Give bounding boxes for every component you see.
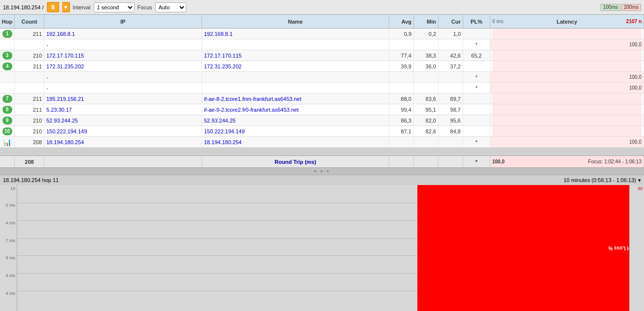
chevron-down-icon[interactable]: ▾	[638, 177, 641, 184]
ip-cell: 172.17.170.115	[44, 50, 202, 61]
round-trip-label: Round Trip (ms)	[274, 159, 316, 165]
bottom-title: 18.194.180.254 hop 11	[3, 177, 59, 183]
avg-cell: 77,4	[389, 50, 414, 61]
count-cell: 210	[15, 126, 44, 136]
col-count: Count	[15, 15, 44, 28]
y-label-4ms: 4 ms	[5, 220, 15, 225]
hop-badge: 10	[2, 127, 12, 135]
focus-select[interactable]: Auto Manual	[155, 2, 186, 12]
col-latency: 0 ms Latency 2107 n	[490, 15, 644, 28]
pause-icon: ⏸	[50, 3, 56, 11]
pl-cell	[463, 61, 490, 71]
pause-dropdown-button[interactable]: ▾	[62, 2, 70, 12]
latency-header-label: Latency	[557, 19, 577, 25]
latency-0ms-label: 0 ms	[492, 19, 504, 24]
table-row: 8 211 5.23.30.17 if-ae-9-2.tcore2.fr0-fr…	[0, 104, 644, 115]
ip-cell: -	[44, 72, 202, 82]
interval-select[interactable]: 1 second 5 seconds 10 seconds	[94, 2, 135, 12]
count-cell	[15, 72, 44, 82]
y-label-7ms: 7 ms	[5, 238, 15, 243]
table-body: 1 211 192.168.8.1 192.168.8.1 0,9 0,2 1,…	[0, 29, 644, 156]
cur-cell	[439, 72, 463, 82]
interval-label: Interval	[73, 4, 91, 10]
packet-loss-label: Packet Loss %	[608, 246, 629, 251]
hop-cell: 📊	[0, 137, 15, 147]
pl-cell	[463, 104, 490, 115]
name-cell: 172.31.235.202	[202, 61, 389, 71]
name-cell: if-ae-8-2.tcore1.fnm-frankfurt.as6453.ne…	[202, 93, 389, 104]
latency-cell	[490, 93, 644, 104]
count-cell	[15, 83, 44, 93]
footer-focus: Focus: 1:02:44 - 1:06:13	[588, 159, 642, 164]
pl-cell: *	[463, 72, 490, 82]
avg-cell: 39,9	[389, 61, 414, 71]
name-cell: 52.93.244.25	[202, 115, 389, 125]
latency-graph	[492, 115, 642, 125]
name-cell: if-ae-9-2.tcore2.fr0-frankfurt.as6453.ne…	[202, 104, 389, 115]
min-cell: 95,1	[414, 104, 439, 115]
latency-graph	[492, 29, 642, 39]
footer-row: 208 Round Trip (ms) * 100,0 Focus: 1:02:…	[0, 156, 644, 167]
ip-cell: 192.168.8.1	[44, 29, 202, 39]
table-row: 9 210 52.93.244.25 52.93.244.25 86,3 82,…	[0, 115, 644, 126]
latency-right-val: 2107 n	[626, 19, 642, 24]
min-cell	[414, 83, 439, 93]
window-title: 18.194.180.254 /	[3, 4, 44, 10]
footer-min	[414, 156, 439, 167]
avg-cell: 86,3	[389, 115, 414, 125]
chart-main: Packet Loss %	[17, 185, 629, 311]
hop-badge: 9	[2, 117, 12, 124]
hop-cell: 3	[0, 50, 15, 61]
avg-cell	[389, 72, 414, 82]
divider[interactable]: • • •	[0, 167, 644, 175]
col-cur: Cur	[439, 15, 463, 28]
chart-right-axis: 30	[629, 185, 644, 311]
hop-badge: 1	[2, 30, 12, 38]
min-cell: 0,2	[414, 29, 439, 39]
min-cell: 36,0	[414, 61, 439, 71]
table-section: Hop Count IP Name Avg Min Cur PL% 0 ms L…	[0, 15, 644, 167]
footer-pl-pct: 100,0	[492, 159, 505, 164]
footer-ip	[44, 156, 202, 167]
latency-cell: 100,0	[490, 72, 644, 82]
pl-cell: *	[463, 83, 490, 93]
name-cell: 192.168.8.1	[202, 29, 389, 39]
ip-cell: -	[44, 39, 202, 50]
hop-cell: 8	[0, 104, 15, 115]
latency-graph	[492, 93, 642, 104]
ip-cell: 18.194.180.254	[44, 137, 202, 147]
y-label-10: 10	[10, 186, 15, 191]
table-header: Hop Count IP Name Avg Min Cur PL% 0 ms L…	[0, 15, 644, 29]
name-cell	[202, 72, 389, 82]
ip-cell: 150.222.194.149	[44, 126, 202, 136]
col-hop: Hop	[0, 15, 15, 28]
avg-cell: 88,0	[389, 93, 414, 104]
avg-cell	[389, 39, 414, 50]
pause-button[interactable]: ⏸	[47, 2, 59, 12]
latency-cell	[490, 104, 644, 115]
footer-cur	[439, 156, 463, 167]
table-row: 4 211 172.31.235.202 172.31.235.202 39,9…	[0, 61, 644, 72]
name-cell	[202, 83, 389, 93]
col-min: Min	[414, 15, 439, 28]
chart-y-axis: 10 2 ms 4 ms 7 ms 9 ms 4 ms 4 ms Latency…	[0, 185, 17, 311]
pl-cell	[463, 126, 490, 136]
cur-cell: 89,7	[439, 93, 463, 104]
footer-pl: *	[463, 156, 490, 167]
cur-cell: 95,6	[439, 115, 463, 125]
hop-badge: 3	[2, 52, 12, 60]
ip-cell: 172.31.235.202	[44, 61, 202, 71]
col-avg: Avg	[389, 15, 414, 28]
y-label-4ms3: 4 ms	[5, 291, 15, 296]
name-cell: 18.194.180.254	[202, 137, 389, 147]
table-row: 📊 208 18.194.180.254 18.194.180.254 * 10…	[0, 137, 644, 148]
latency-cell: 100,0	[490, 83, 644, 93]
hop-badge: 4	[2, 62, 12, 70]
pl-cell: *	[463, 39, 490, 50]
count-cell: 208	[15, 137, 44, 147]
ip-cell: 5.23.30.17	[44, 104, 202, 115]
min-cell	[414, 39, 439, 50]
min-cell	[414, 137, 439, 147]
table-row: 3 210 172.17.170.115 172.17.170.115 77,4…	[0, 50, 644, 61]
ip-cell: -	[44, 83, 202, 93]
